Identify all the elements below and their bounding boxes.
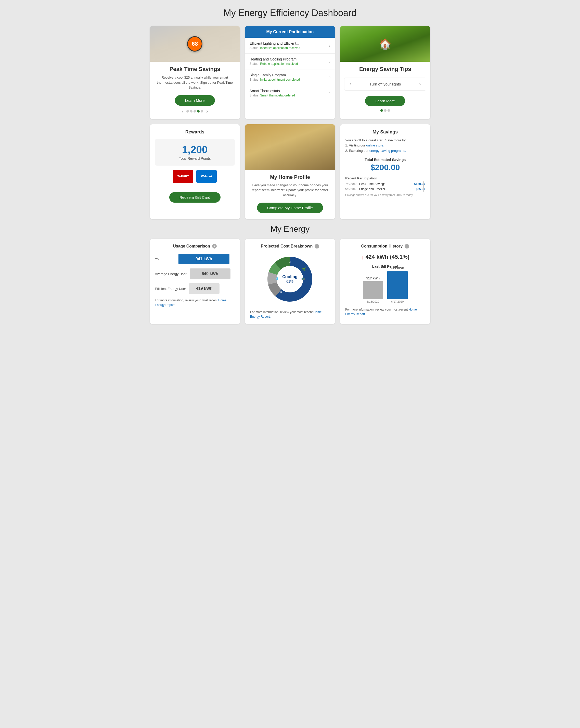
dot-5[interactable] <box>201 110 203 112</box>
total-savings-amount: $200.00 <box>345 163 425 172</box>
bar-col-1: 941 kWh 6/17/2020 <box>387 266 408 303</box>
svg-text:💧: 💧 <box>275 276 279 280</box>
savings-intro-line1: You are off to a great start! Save more … <box>345 138 407 142</box>
page-title: My Energy Efficiency Dashboard <box>5 8 575 18</box>
complete-home-profile-button[interactable]: Complete My Home Profile <box>257 203 323 213</box>
participation-item-3[interactable]: Smart Thermostats Status Smart thermosta… <box>245 85 335 101</box>
consumption-note: For more information, review your most r… <box>345 307 425 316</box>
scrollbar[interactable] <box>423 181 424 192</box>
chevron-2: › <box>329 75 330 80</box>
bar-label-top-0: 517 kWh <box>366 276 380 280</box>
projected-cost-note: For more information, review your most r… <box>250 310 330 319</box>
status-label-3: Status <box>250 94 258 97</box>
status-label-0: Status <box>250 46 258 50</box>
participation-item-2[interactable]: Single-Family Program Status Initial app… <box>245 70 335 85</box>
svg-text:🌿: 🌿 <box>302 267 306 271</box>
bar-1 <box>387 271 408 299</box>
home-profile-description: Have you made changes to your home or do… <box>245 183 335 198</box>
usage-comparison-card: Usage Comparison i You 941 kWh Average E… <box>150 239 240 324</box>
donut-chart-container: Cooling 61% 🌿 📺 ❄ 💧 ☀ <box>250 254 330 305</box>
svg-point-6 <box>278 267 302 291</box>
projected-cost-card: Projected Cost Breakdown i <box>245 239 335 324</box>
programs-link[interactable]: energy-saving programs. <box>369 149 406 153</box>
status-label-2: Status <box>250 78 258 81</box>
status-label-1: Status <box>250 62 258 66</box>
participation-item-0[interactable]: Efficient Lighting and Efficient... Stat… <box>245 38 335 54</box>
tips-card-image: 🏠 <box>340 26 430 62</box>
dot-3[interactable] <box>194 110 196 112</box>
consumption-amount-row: ↑ 424 kWh (45.1%) <box>345 254 425 261</box>
participation-item-2-content: Single-Family Program Status Initial app… <box>250 73 300 81</box>
dot-1[interactable] <box>186 110 189 112</box>
tips-card-title: Energy Saving Tips <box>359 66 411 73</box>
walmart-gift-card: Walmart <box>196 170 217 183</box>
energy-section-title: My Energy <box>5 224 575 234</box>
participation-header: My Current Participation <box>245 26 335 38</box>
peak-next-arrow[interactable]: › <box>204 109 210 114</box>
rewards-points-box: 1,200 Total Reward Points <box>155 139 235 165</box>
rewards-points-number: 1,200 <box>165 144 225 155</box>
usage-comparison-info-icon[interactable]: i <box>212 244 217 249</box>
target-gift-card: TARGET <box>173 170 193 183</box>
usage-label-eff: Efficient Energy User <box>155 287 186 291</box>
tips-dot-1-active[interactable] <box>380 109 383 112</box>
participation-item-0-status: Status Incentive application received <box>250 46 300 50</box>
savings-title: My Savings <box>345 129 425 135</box>
dot-2[interactable] <box>190 110 192 112</box>
peak-prev-arrow[interactable]: ‹ <box>180 109 185 114</box>
donut-center-label: Cooling <box>282 275 298 279</box>
status-value-2: Initial appointment completed <box>260 78 300 81</box>
projected-cost-title: Projected Cost Breakdown i <box>250 244 330 249</box>
donut-center-pct: 61% <box>286 279 294 284</box>
peak-card-title: Peak Time Savings <box>169 66 220 73</box>
savings-row-1: 5/6/2018 Fridge and Freezer... $55.00 <box>345 187 425 191</box>
redeem-gift-card-button[interactable]: Redeem Gift Card <box>169 192 221 203</box>
home-background: 🏠 <box>340 26 430 62</box>
usage-label-avg: Average Energy User <box>155 272 187 276</box>
usage-comparison-title: Usage Comparison i <box>155 244 235 249</box>
consumption-info-icon[interactable]: i <box>405 244 409 249</box>
target-label: TARGET <box>177 175 189 178</box>
tip-prev-arrow[interactable]: ‹ <box>350 81 351 87</box>
walmart-label: Walmart <box>201 175 212 178</box>
svg-text:📺: 📺 <box>301 276 305 280</box>
bar-0 <box>363 281 383 299</box>
savings-date-1: 5/6/2018 <box>345 187 357 191</box>
savings-intro-line3: 2. Exploring our <box>345 149 368 153</box>
svg-text:☀: ☀ <box>288 261 291 264</box>
consumption-title: Consumption History i <box>345 244 425 249</box>
peak-card-image: 68 <box>150 26 240 62</box>
interior-background <box>245 124 335 170</box>
row-1: 68 Peak Time Savings Receive a cool $25 … <box>150 26 430 119</box>
recent-participation-label: Recent Participation <box>345 176 425 180</box>
total-savings-label: Total Estimated Savings <box>345 158 425 162</box>
donut-chart: Cooling 61% 🌿 📺 ❄ 💧 ☀ <box>265 254 315 305</box>
online-store-link[interactable]: online store. <box>366 144 384 147</box>
dot-4-active[interactable] <box>197 110 200 112</box>
bar-label-top-1: 941 kWh <box>391 266 404 270</box>
usage-row-eff: Efficient Energy User 419 kWh <box>155 283 235 294</box>
status-value-0: Incentive application received <box>260 46 300 50</box>
consumption-arrow: ↑ <box>361 255 363 261</box>
consumption-history-card: Consumption History i ↑ 424 kWh (45.1%) … <box>340 239 430 324</box>
tips-dot-3[interactable] <box>388 109 390 112</box>
current-tip: Turn off your lights <box>354 82 416 86</box>
peak-learn-more-button[interactable]: Learn More <box>175 95 215 106</box>
tip-next-arrow[interactable]: › <box>419 81 421 87</box>
row-2: Rewards 1,200 Total Reward Points TARGET… <box>150 124 430 219</box>
participation-item-3-status: Status Smart thermostat ordered <box>250 94 295 97</box>
participation-item-1-content: Heating and Cooling Program Status Rebat… <box>250 57 298 66</box>
savings-name-1: Fridge and Freezer... <box>357 187 416 191</box>
participation-item-1-title: Heating and Cooling Program <box>250 57 298 61</box>
tips-learn-more-button[interactable]: Learn More <box>365 96 405 106</box>
bar-chart: 517 kWh 5/18/2020 941 kWh 6/17/2020 <box>345 272 425 303</box>
kitchen-background: 68 <box>150 26 240 62</box>
savings-intro-line2: 1. Visiting our <box>345 144 365 147</box>
rewards-card: Rewards 1,200 Total Reward Points TARGET… <box>150 124 240 219</box>
bar-label-bottom-0: 5/18/2020 <box>367 300 379 303</box>
peak-time-savings-card: 68 Peak Time Savings Receive a cool $25 … <box>150 26 240 119</box>
tips-dot-2[interactable] <box>384 109 386 112</box>
energy-tips-card: 🏠 Energy Saving Tips ‹ Turn off your lig… <box>340 26 430 119</box>
projected-cost-info-icon[interactable]: i <box>314 244 319 249</box>
participation-item-1[interactable]: Heating and Cooling Program Status Rebat… <box>245 54 335 70</box>
